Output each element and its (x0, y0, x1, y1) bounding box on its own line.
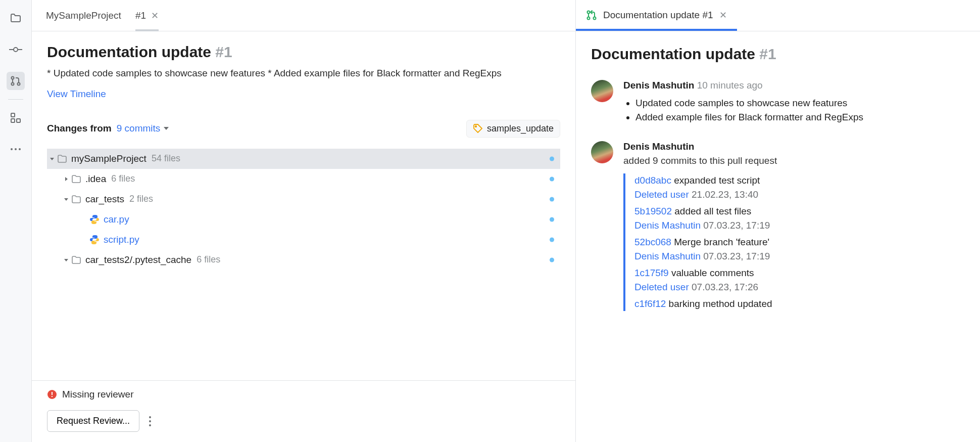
request-review-button[interactable]: Request Review... (47, 410, 139, 432)
svg-point-21 (594, 17, 596, 20)
svg-point-3 (12, 77, 14, 79)
commit-hash-link[interactable]: 5b19502 (634, 206, 672, 216)
commit-message: added all test files (674, 206, 751, 216)
tab-pr-1[interactable]: #1 ✕ (135, 0, 159, 31)
svg-rect-14 (52, 392, 53, 395)
close-icon[interactable]: ✕ (151, 10, 159, 21)
project-tool-button[interactable] (7, 9, 25, 27)
commit-message: Merge branch 'feature' (674, 237, 769, 247)
chevron-down-icon[interactable] (47, 156, 57, 162)
commits-list: d0d8abc expanded test script Deleted use… (623, 173, 966, 311)
changes-row: Changes from 9 commits samples_update (47, 106, 560, 138)
branch-tag[interactable]: samples_update (466, 120, 560, 138)
change-indicator-icon (550, 197, 554, 201)
tag-icon (473, 123, 483, 134)
event-header: Denis Mashutin 10 minutes ago (623, 80, 966, 91)
tool-rail (0, 0, 32, 442)
tree-folder[interactable]: car_tests 2 files (47, 189, 560, 209)
commits-tool-button[interactable] (7, 40, 25, 59)
svg-point-9 (11, 148, 13, 150)
commit-hash-link[interactable]: 1c175f9 (634, 268, 669, 278)
tab-project[interactable]: MySampleProject (46, 0, 121, 31)
event-bullet: Updated code samples to showcase new fea… (635, 96, 966, 110)
tree-file[interactable]: car.py (47, 209, 560, 230)
svg-point-16 (149, 416, 151, 418)
view-timeline-link[interactable]: View Timeline (47, 86, 560, 100)
timeline-body: Documentation update #1 Denis Mashutin 1… (576, 31, 980, 321)
structure-tool-button[interactable] (7, 109, 25, 127)
timeline-commit-event: Denis Mashutin added 9 commits to this p… (591, 141, 966, 311)
commit-user-link[interactable]: Denis Mashutin (634, 251, 701, 261)
commit-hash-link[interactable]: c1f6f12 (634, 298, 666, 309)
tree-item-meta: 6 files (111, 173, 135, 184)
missing-reviewer-text: Missing reviewer (62, 389, 133, 400)
pr-number: #1 (215, 43, 232, 60)
commit-user-link[interactable]: Deleted user (634, 282, 689, 292)
commit-item: c1f6f12 barking method updated (634, 297, 966, 311)
tree-item-name: car_tests2/.pytest_cache (85, 254, 191, 266)
tree-file[interactable]: script.py (47, 230, 560, 250)
event-time: 10 minutes ago (697, 80, 763, 91)
chevron-down-icon[interactable] (61, 257, 71, 263)
commit-date: 07.03.23, 17:19 (703, 251, 770, 261)
python-file-icon (89, 235, 100, 245)
svg-rect-7 (11, 119, 15, 122)
more-actions-button[interactable] (149, 416, 152, 427)
change-indicator-icon (550, 237, 554, 242)
tree-item-name: script.py (104, 234, 139, 245)
event-body: Updated code samples to showcase new fea… (623, 96, 966, 124)
tree-item-meta: 54 files (152, 153, 180, 164)
tree-folder[interactable]: mySampleProject 54 files (47, 149, 560, 169)
commit-hash-link[interactable]: d0d8abc (634, 175, 671, 186)
chevron-down-icon[interactable] (61, 196, 71, 202)
commit-message: valuable comments (671, 268, 754, 278)
change-indicator-icon (550, 257, 554, 262)
svg-rect-6 (11, 113, 15, 117)
event-subtitle: added 9 commits to this pull request (623, 155, 966, 166)
event-header: Denis Mashutin (623, 141, 966, 152)
pr-body: Documentation update #1 * Updated code s… (32, 31, 575, 381)
timeline-panel: Documentation update #1 ✕ Documentation … (576, 0, 980, 442)
avatar (591, 141, 613, 163)
svg-point-12 (475, 126, 477, 127)
svg-point-17 (149, 420, 151, 422)
svg-point-19 (587, 11, 590, 14)
python-file-icon (89, 214, 100, 225)
rail-divider (8, 99, 23, 100)
commit-message: expanded test script (674, 175, 760, 186)
kebab-icon (149, 416, 152, 427)
timeline-tab-label: Documentation update #1 (603, 10, 713, 21)
svg-point-11 (19, 148, 21, 150)
ellipsis-icon (10, 148, 21, 151)
tree-folder[interactable]: car_tests2/.pytest_cache 6 files (47, 250, 560, 270)
event-bullet: Added example files for Black formatter … (635, 110, 966, 124)
branch-name: samples_update (487, 123, 554, 134)
timeline-tab[interactable]: Documentation update #1 ✕ (576, 0, 737, 31)
commit-user-link[interactable]: Deleted user (634, 189, 689, 200)
svg-point-10 (15, 148, 17, 150)
missing-reviewer-badge: Missing reviewer (47, 389, 560, 400)
pull-requests-tool-button[interactable] (7, 72, 25, 90)
commits-dropdown[interactable]: 9 commits (117, 123, 170, 134)
commit-user-link[interactable]: Denis Mashutin (634, 220, 701, 231)
svg-point-20 (587, 17, 590, 20)
pull-request-panel: MySampleProject #1 ✕ Documentation updat… (32, 0, 576, 442)
timeline-title: Documentation update #1 (591, 46, 966, 63)
file-tree: mySampleProject 54 files .idea 6 files (47, 149, 560, 270)
commit-date: 07.03.23, 17:19 (703, 220, 770, 231)
folder-icon (71, 255, 81, 264)
chevron-right-icon[interactable] (61, 176, 71, 182)
timeline-title-text: Documentation update (591, 46, 755, 62)
svg-rect-15 (52, 396, 53, 397)
tree-folder[interactable]: .idea 6 files (47, 169, 560, 189)
more-tools-button[interactable] (7, 140, 25, 158)
tree-item-name: mySampleProject (71, 153, 146, 164)
folder-icon (10, 12, 22, 24)
commit-item: 5b19502 added all test files Denis Mashu… (634, 204, 966, 232)
tree-item-meta: 6 files (197, 254, 220, 265)
change-indicator-icon (550, 156, 554, 161)
timeline-number: #1 (759, 46, 776, 62)
commit-hash-link[interactable]: 52bc068 (634, 237, 671, 247)
alert-icon (47, 389, 57, 400)
close-icon[interactable]: ✕ (719, 10, 727, 21)
